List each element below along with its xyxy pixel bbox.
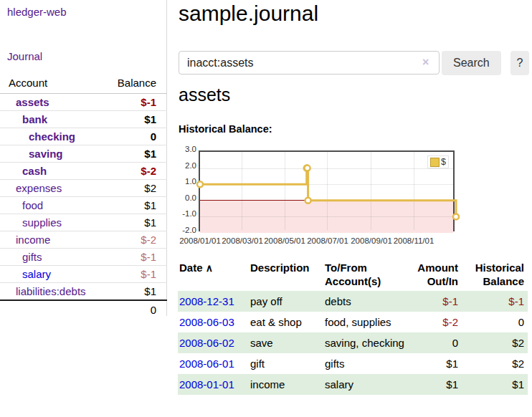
search-input[interactable] bbox=[179, 51, 440, 75]
account-balance: $1 bbox=[144, 285, 156, 297]
sort-asc-icon: ∧ bbox=[206, 262, 213, 274]
account-link-supplies[interactable]: supplies bbox=[22, 216, 62, 229]
account-link-checking[interactable]: checking bbox=[29, 130, 75, 143]
balance-markers bbox=[197, 166, 459, 220]
account-balance: $-2 bbox=[141, 234, 156, 246]
transaction-date-link[interactable]: 2008-12-31 bbox=[179, 295, 234, 307]
clear-search-icon[interactable]: × bbox=[422, 55, 429, 70]
search-button[interactable]: Search bbox=[442, 51, 501, 75]
transaction-amount: $1 bbox=[408, 353, 462, 374]
account-link-salary[interactable]: salary bbox=[22, 268, 51, 280]
register-row: 2008-06-02 save saving, checking 0 $2 bbox=[178, 332, 528, 353]
plot-area: $ bbox=[199, 150, 455, 231]
account-balance: $-1 bbox=[141, 96, 156, 108]
transaction-date-link[interactable]: 2008-06-01 bbox=[179, 358, 234, 370]
transaction-accounts: gifts bbox=[323, 353, 408, 374]
transaction-amount: $1 bbox=[408, 374, 462, 395]
accounts-table-header: Account Balance bbox=[0, 74, 167, 94]
y-tick-label: 3.0 bbox=[178, 145, 196, 153]
account-row: supplies $1 bbox=[0, 214, 167, 231]
x-tick-label: 2008/03/01 bbox=[219, 236, 266, 245]
historical-balance-label: Historical Balance: bbox=[179, 123, 272, 135]
register-row: 2008-06-01 gift gifts $1 $2 bbox=[178, 353, 528, 374]
account-link-assets[interactable]: assets bbox=[16, 96, 49, 108]
transaction-date-link[interactable]: 2008-06-03 bbox=[179, 316, 234, 328]
account-row: saving $1 bbox=[0, 145, 167, 162]
transaction-description: income bbox=[249, 374, 323, 395]
historical-balance-chart: 3.0 2.0 1.0 0.0 -1.0 -2.0 2008/01/01 200… bbox=[178, 145, 486, 247]
accounts-total-value: 0 bbox=[151, 304, 156, 316]
account-link-income[interactable]: income bbox=[16, 234, 50, 246]
account-row: liabilities:debts $1 bbox=[0, 282, 167, 299]
account-balance: $1 bbox=[144, 216, 156, 229]
x-tick-label: 2008/01/01 bbox=[176, 236, 224, 245]
account-link-expenses[interactable]: expenses bbox=[16, 182, 62, 194]
balance-line bbox=[200, 168, 456, 217]
account-balance: $1 bbox=[144, 199, 156, 211]
register-row: 2008-12-31 pay off debts $-1 $-1 bbox=[178, 291, 528, 312]
transaction-balance: $-1 bbox=[462, 291, 528, 312]
account-balance: $-1 bbox=[141, 251, 156, 263]
transaction-date-link[interactable]: 2008-01-01 bbox=[179, 378, 234, 390]
transaction-balance: $2 bbox=[462, 353, 528, 374]
x-tick-label: 2008/11/01 bbox=[390, 236, 437, 245]
register-table: Date ∧ Description To/From Account(s) Am… bbox=[178, 259, 528, 395]
y-tick-label: -1.0 bbox=[178, 209, 196, 218]
y-tick-label: 0.0 bbox=[178, 193, 196, 202]
account-heading: assets bbox=[179, 85, 230, 105]
balance-column-header: Historical Balance bbox=[462, 259, 528, 291]
sidebar: hledger-web Journal Account Balance asse… bbox=[0, 0, 167, 316]
date-column-header[interactable]: Date ∧ bbox=[178, 259, 249, 291]
account-link-bank[interactable]: bank bbox=[22, 113, 47, 125]
account-row: checking 0 bbox=[0, 128, 167, 145]
account-row: assets $-1 bbox=[0, 94, 167, 110]
account-balance: $-1 bbox=[141, 268, 156, 280]
amount-column-header: Amount Out/In bbox=[408, 259, 462, 291]
account-link-liabilities-debts[interactable]: liabilities:debts bbox=[16, 285, 86, 297]
account-balance: 0 bbox=[151, 130, 156, 143]
account-row: expenses $2 bbox=[0, 179, 167, 196]
x-tick-label: 2008/07/01 bbox=[304, 236, 351, 245]
transaction-accounts: salary bbox=[323, 374, 408, 395]
accounts-table: Account Balance assets $-1 bank $1 check… bbox=[0, 74, 167, 318]
transaction-description: pay off bbox=[249, 291, 323, 312]
register-row: 2008-01-01 income salary $1 $1 bbox=[178, 374, 528, 395]
account-link-food[interactable]: food bbox=[22, 199, 43, 211]
transaction-description: eat & shop bbox=[249, 312, 323, 332]
sidebar-item-journal[interactable]: Journal bbox=[7, 50, 42, 62]
date-header-label: Date bbox=[179, 262, 203, 274]
account-row: food $1 bbox=[0, 196, 167, 214]
accounts-column-header: To/From Account(s) bbox=[323, 259, 408, 291]
legend-swatch-icon bbox=[430, 158, 440, 167]
transaction-amount: $-2 bbox=[408, 312, 462, 332]
account-row: bank $1 bbox=[0, 110, 167, 128]
account-balance: $1 bbox=[144, 148, 156, 160]
account-link-saving[interactable]: saving bbox=[29, 148, 63, 160]
transaction-balance: $1 bbox=[462, 374, 528, 395]
transaction-accounts: saving, checking bbox=[323, 332, 408, 353]
y-tick-label: 2.0 bbox=[178, 161, 196, 170]
y-tick-label: 1.0 bbox=[178, 177, 196, 186]
x-tick-label: 2008/09/01 bbox=[348, 236, 395, 245]
transaction-accounts: debts bbox=[323, 291, 408, 312]
account-link-gifts[interactable]: gifts bbox=[22, 251, 42, 263]
transaction-accounts: food, supplies bbox=[323, 312, 408, 332]
transaction-description: save bbox=[249, 332, 323, 353]
account-column-header: Account bbox=[9, 77, 47, 89]
account-balance: $2 bbox=[144, 182, 156, 194]
legend-label: $ bbox=[441, 157, 446, 167]
transaction-amount: $-1 bbox=[408, 291, 462, 312]
account-balance: $-2 bbox=[141, 165, 156, 177]
register-header-row: Date ∧ Description To/From Account(s) Am… bbox=[178, 259, 528, 291]
account-link-cash[interactable]: cash bbox=[22, 165, 47, 177]
transaction-balance: $2 bbox=[462, 332, 528, 353]
transaction-date-link[interactable]: 2008-06-02 bbox=[179, 337, 234, 349]
transaction-amount: 0 bbox=[408, 332, 462, 353]
app-title-link[interactable]: hledger-web bbox=[7, 6, 67, 18]
help-button[interactable]: ? bbox=[510, 51, 529, 75]
account-row: income $-2 bbox=[0, 231, 167, 248]
y-tick-label: -2.0 bbox=[178, 226, 196, 234]
account-row: gifts $-1 bbox=[0, 248, 167, 265]
description-column-header: Description bbox=[249, 259, 323, 291]
transaction-balance: 0 bbox=[462, 312, 528, 332]
